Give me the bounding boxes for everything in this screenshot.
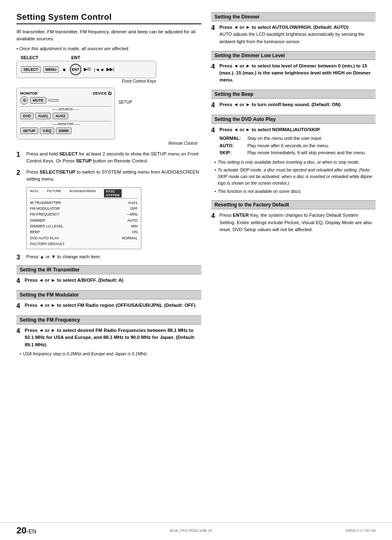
ir-section-header: Setting the IR Transmitter — [16, 265, 201, 274]
dimmer-section: Setting the Dimmer 4 Press ◄ or ► to sel… — [211, 12, 376, 45]
remote-row-2: DVD AUX1 AUX2 — [20, 113, 111, 119]
ctrl-symbols: ▶/II |◄◄ ▶▶| — [84, 67, 115, 72]
auto-key: AUTO: — [219, 142, 244, 150]
dimmer-low-step: 4 Press ◄ or ► to select low level of Di… — [211, 63, 376, 84]
step-3: 3 Press ▲ or ▼ to change each item. — [16, 253, 201, 261]
menu-btn: MENU — [43, 66, 59, 73]
menu-screenshot: AUX1 PICTURE AUDIO&SCREEN NTSCSYSTEM IR … — [26, 187, 141, 249]
fm-frequency-step: 4 Press ◄ or ► to select desired FM Radi… — [16, 327, 201, 348]
dvd-auto-step-text: Press ◄ or ► to select NORMAL/AUTO/SKIP.… — [219, 126, 366, 157]
fm-modulator-step: 4 Press ◄ or ► to select FM Radio region… — [16, 302, 201, 310]
dvd-sub-table: NORMAL: Stay on the menu until the user … — [219, 135, 366, 157]
step-1: 1 Press and hold SELECT for at least 2 s… — [16, 151, 201, 165]
beep-step: 4 Press ◄ or ► to turn on/off beep sound… — [211, 101, 376, 109]
setup-side-label: SETUP — [118, 100, 132, 104]
fmfreq-label: FM FREQUENCY — [30, 211, 60, 217]
factory-step-num: 4 — [211, 212, 217, 220]
prev-symbol: |◄◄ — [94, 67, 104, 72]
auto-value: Play movie after 6 seconds on the menu. — [247, 142, 329, 150]
normal-key: NORMAL: — [219, 135, 244, 142]
dvd-btn: DVD — [20, 113, 34, 119]
page-title: Setting System Control — [16, 12, 201, 24]
menu-header-picture: PICTURE — [47, 189, 61, 197]
page-number: 20-EN — [16, 525, 37, 536]
factory-label: FACTORY DEFAULT — [30, 241, 65, 247]
step-2-text: Press SELECT/SETUP to switch to SYSTEM s… — [26, 169, 201, 183]
footer-date: 4/8/06 2:17:30 AM — [346, 528, 376, 533]
skip-value: Play movie Immediately. It will skip pre… — [247, 149, 366, 157]
menu-header-audioscreen: AUDIO&SCREEN — [69, 189, 96, 197]
dvd-auto-header: Setting the DVD Auto Play — [211, 115, 376, 124]
dvdauto-label: DVD AUTO PLAY — [30, 235, 59, 241]
dimmer-low-step-num: 4 — [211, 63, 217, 70]
fm-modulator-header: Setting the FM Modulator — [16, 290, 201, 299]
fmfreq-value: ---MHz — [127, 211, 138, 217]
left-column: Setting System Control IR transmitter, F… — [16, 12, 201, 363]
factory-step-text: Press ENTER Key, the system changes to F… — [219, 212, 376, 233]
remote-row-1: ⏻ MUTE — [20, 96, 111, 104]
step-1-num: 1 — [16, 151, 23, 158]
fmmod-label: FM MODULATOR — [30, 206, 60, 211]
select-label: SELECT — [21, 55, 38, 60]
dvdauto-value: NORMAL — [122, 235, 138, 241]
ir-step: 4 Press ◄ or ► to select A/B/OFF. (Defau… — [16, 277, 201, 285]
beep-section: Setting the Beep 4 Press ◄ or ► to turn … — [211, 90, 376, 109]
main-content: Setting System Control IR transmitter, F… — [16, 12, 376, 363]
fmmod-value: OFF — [130, 206, 138, 211]
remote-outer: MONITOR DEVICE ⏻ ⏻ MUTE ——SOURCE—— DVD A… — [16, 88, 201, 141]
play-pause-symbol: ▶/II — [84, 67, 91, 72]
right-column: Setting the Dimmer 4 Press ◄ or ► to sel… — [211, 12, 376, 363]
menu-row-factory: FACTORY DEFAULT — [30, 241, 138, 247]
remote-caption: Remote Control — [16, 141, 197, 146]
italic-note: • Once this adjustment is made, all sour… — [16, 46, 201, 51]
skip-key: SKIP: — [219, 149, 244, 157]
page-container: Setting System Control IR transmitter, F… — [0, 0, 392, 540]
dimmer-step-num: 4 — [211, 24, 217, 32]
power-btn: ⏻ — [20, 96, 28, 104]
beep-header: Setting the Beep — [211, 90, 376, 99]
aux2-btn: AUX2 — [53, 113, 68, 119]
ir-value: AUX1 — [128, 200, 138, 206]
diagram-labels: SELECT ENT — [21, 55, 201, 60]
dimmer-header: Setting the Dimmer — [211, 12, 376, 21]
dvd-note-3: This function is not available on some d… — [214, 188, 376, 195]
normal-row: NORMAL: Stay on the menu until the user … — [219, 135, 366, 142]
step-2: 2 Press SELECT/SETUP to switch to SYSTEM… — [16, 169, 201, 183]
dimm-btn: DIMM — [56, 127, 71, 134]
dimmer-value: AUTO — [127, 218, 138, 223]
fm-frequency-section: Setting the FM Frequency 4 Press ◄ or ► … — [16, 315, 201, 357]
ent-btn: ENT — [70, 64, 81, 75]
dvd-note-1: This setting is only available before in… — [214, 159, 376, 166]
fm-modulator-step-num: 4 — [16, 302, 22, 310]
auto-row: AUTO: Play movie after 6 seconds on the … — [219, 142, 366, 150]
menu-header-aux1: AUX1 — [30, 189, 39, 197]
menu-header: AUX1 PICTURE AUDIO&SCREEN NTSCSYSTEM — [30, 189, 138, 199]
dimmer-label: DIMMER — [30, 218, 45, 223]
remote-label-top: MONITOR DEVICE ⏻ — [20, 91, 111, 95]
menu-row-fm-freq: FM FREQUENCY ---MHz — [30, 211, 138, 217]
dvd-note-2: To activate SKIP mode, a disc must be ej… — [214, 167, 376, 186]
footer-filename: Book_PKG-RSE2.indb 20 — [170, 528, 212, 533]
menu-row-dimmer-lo: DIMMER LO LEVEL MIN — [30, 223, 138, 229]
remote-row-3: SETUP V.EQ DIMM — [20, 127, 111, 134]
fm-frequency-step-num: 4 — [16, 327, 22, 335]
factory-default-header: Resetting to the Factory Default — [211, 200, 376, 209]
fm-modulator-step-text: Press ◄ or ► to select FM Radio region (… — [25, 302, 196, 309]
device-label: DEVICE ⏻ — [93, 91, 111, 95]
beep-step-text: Press ◄ or ► to turn on/off beep sound. … — [219, 101, 341, 108]
beep-value: ON — [132, 229, 138, 235]
fm-modulator-section: Setting the FM Modulator 4 Press ◄ or ► … — [16, 290, 201, 310]
mute-btn: MUTE — [30, 97, 46, 104]
step-3-text: Press ▲ or ▼ to change each item. — [26, 253, 101, 260]
factory-step: 4 Press ENTER Key, the system changes to… — [211, 212, 376, 233]
select-btn: SELECT — [21, 66, 41, 73]
menu-row-dimmer: DIMMER AUTO — [30, 218, 138, 223]
step-1-text: Press and hold SELECT for at least 2 sec… — [26, 151, 201, 165]
ent-label: ENT — [71, 55, 80, 60]
dimmer-low-header: Setting the Dimmer Low Level — [211, 51, 376, 60]
front-caption: Front Control Keys — [16, 79, 156, 83]
menu-row-fm-mod: FM MODULATOR OFF — [30, 206, 138, 211]
front-control-box: SELECT MENU ■ ENT ▶/II |◄◄ ▶▶| — [16, 61, 156, 78]
dvd-auto-step: 4 Press ◄ or ► to select NORMAL/AUTO/SKI… — [211, 126, 376, 157]
menu-row-dvd-auto: DVD AUTO PLAY NORMAL — [30, 235, 138, 241]
